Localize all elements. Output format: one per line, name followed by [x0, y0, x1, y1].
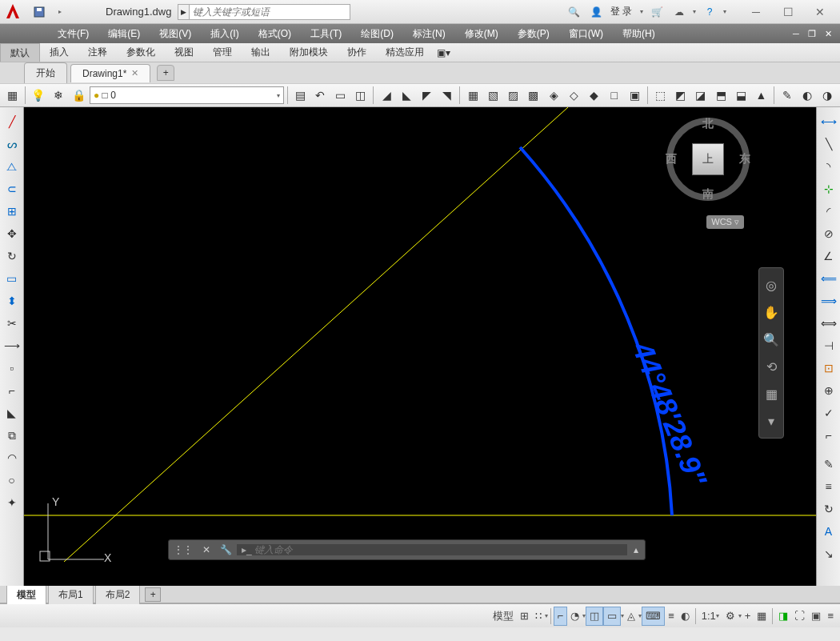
- menu-parametric[interactable]: 参数(P): [508, 24, 559, 43]
- layer-match-icon[interactable]: ▤: [290, 86, 309, 105]
- dim-edit-icon[interactable]: ✎: [818, 454, 839, 475]
- status-gear-icon[interactable]: ⚙: [722, 607, 738, 626]
- layer-tool-e-icon[interactable]: ▦: [463, 86, 482, 105]
- viewcube-west[interactable]: 西: [666, 152, 677, 166]
- menu-edit[interactable]: 编辑(E): [98, 24, 150, 43]
- dim-diameter-icon[interactable]: ⊘: [818, 223, 839, 244]
- status-add-icon[interactable]: +: [742, 607, 754, 626]
- file-tab-drawing1[interactable]: Drawing1*✕: [70, 64, 150, 82]
- layer-tool-g-icon[interactable]: ▨: [504, 86, 522, 105]
- dim-space-icon[interactable]: ⟺: [818, 313, 839, 334]
- menu-dimension[interactable]: 标注(N): [403, 24, 455, 43]
- status-grid-icon[interactable]: ⊞: [517, 607, 532, 626]
- close-icon[interactable]: ✕: [805, 3, 835, 21]
- layer-tool-v-icon[interactable]: ◑: [818, 86, 837, 105]
- ribbon-tab-collaborate[interactable]: 协作: [338, 43, 376, 62]
- ribbon-tab-parametric[interactable]: 参数化: [117, 43, 165, 62]
- ribbon-tab-manage[interactable]: 管理: [203, 43, 242, 62]
- layer-tool-s-icon[interactable]: ▲: [752, 86, 770, 105]
- dim-leader-icon[interactable]: ↘: [818, 543, 839, 564]
- nav-wheel-icon[interactable]: ◎: [760, 273, 782, 297]
- app-logo[interactable]: [0, 0, 26, 24]
- status-model-button[interactable]: 模型: [490, 607, 517, 626]
- array-tool-icon[interactable]: ⊞: [2, 201, 22, 222]
- dim-arc-icon[interactable]: ◝: [818, 156, 839, 177]
- scale-tool-icon[interactable]: ▫: [2, 358, 22, 379]
- wcs-badge[interactable]: WCS ▿: [706, 215, 744, 229]
- layout-tab-layout2[interactable]: 布局2: [95, 585, 141, 604]
- layer-properties-icon[interactable]: ▦: [3, 86, 22, 105]
- dim-center-icon[interactable]: ⊕: [818, 380, 839, 401]
- drawing-canvas[interactable]: 44°48'28.9" Y X 北 南 东 西 上 WCS ▿ ◎ ✋ 🔍 ⟲: [24, 107, 816, 562]
- layer-tool-h-icon[interactable]: ▩: [524, 86, 542, 105]
- trim-tool-icon[interactable]: ✂: [2, 313, 22, 334]
- dim-continue-icon[interactable]: ⟹: [818, 290, 839, 311]
- nav-showmotion-icon[interactable]: ▦: [760, 382, 782, 406]
- status-quickprops-icon[interactable]: ▦: [754, 607, 770, 626]
- layer-tool-l-icon[interactable]: □: [605, 86, 623, 105]
- menu-draw[interactable]: 绘图(D): [351, 24, 403, 43]
- ribbon-tab-insert[interactable]: 插入: [40, 43, 78, 62]
- dim-baseline-icon[interactable]: ⟸: [818, 268, 839, 289]
- status-customize-icon[interactable]: ≡: [824, 607, 837, 626]
- layer-state-icon[interactable]: ▭: [331, 86, 350, 105]
- status-lineweight-icon[interactable]: ≡: [665, 607, 678, 626]
- cmd-handle-icon[interactable]: ⋮⋮: [169, 540, 198, 559]
- menu-file[interactable]: 文件(F): [48, 24, 98, 43]
- chamfer-tool-icon[interactable]: ◣: [2, 403, 22, 423]
- ribbon-tab-default[interactable]: 默认: [0, 43, 40, 62]
- mirror-tool-icon[interactable]: ⧍: [2, 156, 22, 177]
- layer-tool-k-icon[interactable]: ◆: [585, 86, 603, 105]
- layer-tool-o-icon[interactable]: ◩: [671, 86, 690, 105]
- stretch-tool-icon[interactable]: ⬍: [2, 290, 22, 311]
- dim-linear-icon[interactable]: ⟷: [818, 111, 839, 132]
- ribbon-more-icon[interactable]: ▣▾: [434, 43, 453, 62]
- command-input[interactable]: [254, 544, 622, 555]
- dim-inspect-icon[interactable]: ✓: [818, 403, 839, 423]
- dim-update-icon[interactable]: ↻: [818, 499, 839, 519]
- rectangle-tool-icon[interactable]: ▭: [2, 268, 22, 289]
- viewcube-east[interactable]: 东: [739, 152, 750, 166]
- status-clean-icon[interactable]: ▣: [808, 607, 824, 626]
- layer-dropdown[interactable]: ● □ 0 ▾: [90, 86, 284, 104]
- qat-more-icon[interactable]: ▸: [51, 3, 69, 21]
- status-snap-drop-icon[interactable]: ▾: [545, 612, 548, 619]
- status-scale-button[interactable]: 1:1 ▾: [698, 607, 722, 626]
- layout-tab-model[interactable]: 模型: [6, 585, 46, 604]
- status-snap-icon[interactable]: ∷: [532, 607, 545, 626]
- layout-tab-layout1[interactable]: 布局1: [48, 585, 94, 604]
- polyline-tool-icon[interactable]: ᔕ: [2, 134, 22, 154]
- search-input[interactable]: [190, 6, 350, 18]
- fillet-tool-icon[interactable]: ⌐: [2, 380, 22, 401]
- dim-jogged-icon[interactable]: ⌐: [818, 425, 839, 446]
- line-tool-icon[interactable]: ╱: [2, 111, 22, 132]
- arc-tool-icon[interactable]: ◠: [2, 447, 22, 468]
- menu-tools[interactable]: 工具(T): [301, 24, 351, 43]
- layer-tool-c-icon[interactable]: ◤: [418, 86, 436, 105]
- layer-tool-u-icon[interactable]: ◐: [798, 86, 816, 105]
- dim-aligned-icon[interactable]: ╲: [818, 134, 839, 154]
- move-tool-icon[interactable]: ✥: [2, 223, 22, 244]
- menu-format[interactable]: 格式(O): [249, 24, 301, 43]
- help-dropdown-icon[interactable]: ▾: [723, 8, 726, 15]
- menu-modify[interactable]: 修改(M): [455, 24, 508, 43]
- dim-break-icon[interactable]: ⊣: [818, 335, 839, 356]
- ribbon-tab-annotate[interactable]: 注释: [78, 43, 117, 62]
- dim-text-icon[interactable]: A: [818, 521, 839, 542]
- menu-insert[interactable]: 插入(I): [201, 24, 248, 43]
- layer-freeze-icon[interactable]: ❄: [49, 86, 67, 105]
- layer-tool-i-icon[interactable]: ◈: [544, 86, 562, 105]
- doc-minimize-icon[interactable]: ─: [789, 27, 803, 40]
- layer-tool-r-icon[interactable]: ⬓: [732, 86, 750, 105]
- dim-style-icon[interactable]: ≡: [818, 476, 839, 497]
- ribbon-tab-output[interactable]: 输出: [242, 43, 280, 62]
- layer-tool-f-icon[interactable]: ▧: [484, 86, 502, 105]
- rotate-tool-icon[interactable]: ↻: [2, 246, 22, 266]
- doc-restore-icon[interactable]: ❐: [805, 27, 819, 40]
- layer-tool-d-icon[interactable]: ◥: [438, 86, 456, 105]
- layer-bulb-icon[interactable]: 💡: [29, 86, 47, 105]
- save-icon[interactable]: [30, 3, 48, 21]
- person-icon[interactable]: 👤: [588, 3, 606, 21]
- nav-orbit-icon[interactable]: ⟲: [760, 355, 782, 379]
- status-transparency-icon[interactable]: ◐: [678, 607, 693, 626]
